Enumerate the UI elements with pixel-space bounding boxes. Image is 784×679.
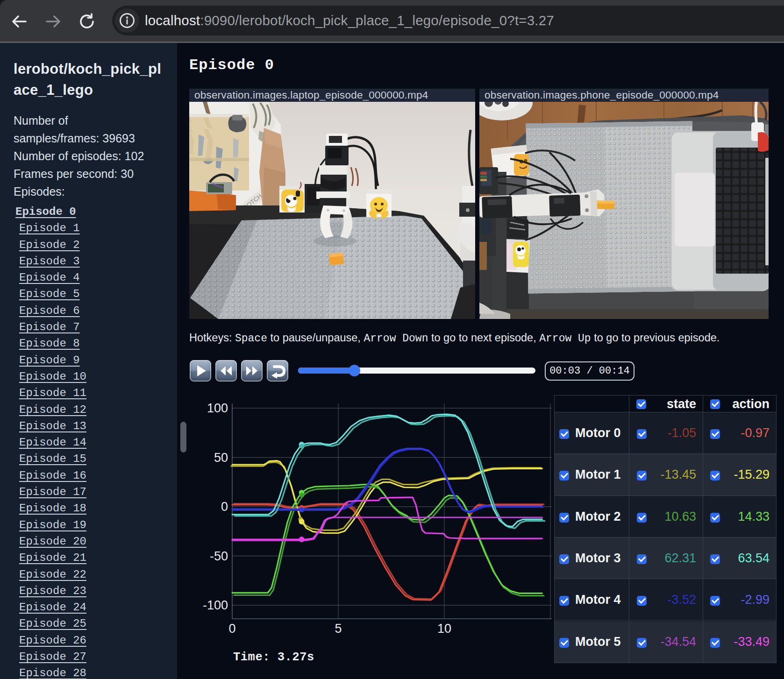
svg-text:Time: 3.27s: Time: 3.27s — [233, 651, 314, 664]
svg-text:10: 10 — [437, 622, 451, 636]
svg-text:0: 0 — [221, 500, 228, 514]
svg-text:5: 5 — [335, 622, 342, 636]
svg-text:100: 100 — [207, 401, 228, 415]
svg-text:-100: -100 — [203, 598, 228, 612]
svg-text:50: 50 — [214, 451, 228, 465]
svg-text:-50: -50 — [210, 549, 228, 563]
svg-text:0: 0 — [228, 622, 235, 636]
